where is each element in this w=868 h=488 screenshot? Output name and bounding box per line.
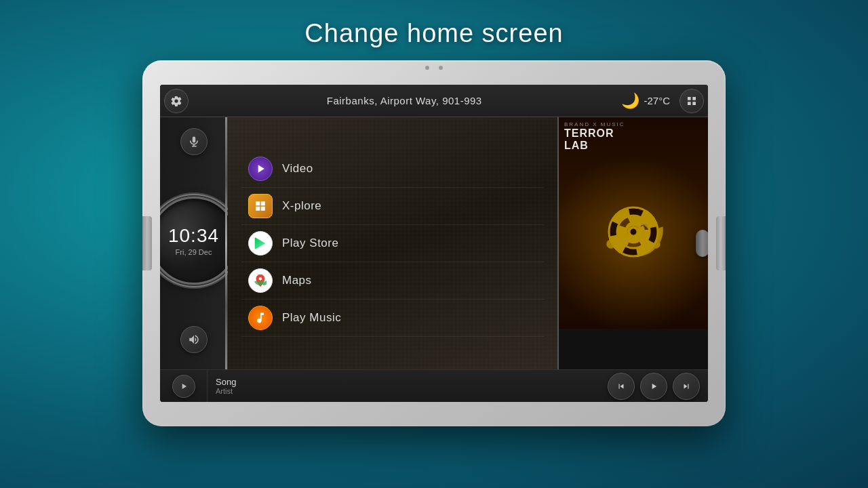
mini-play-button[interactable] [172,375,195,398]
menu-item-playstore[interactable]: Play Store [241,225,544,262]
screen-footer: Song Artist [160,369,708,402]
clock-dial: 10:34 Fri, 29 Dec [160,197,238,285]
playback-controls [608,373,708,400]
grid-icon [679,89,704,113]
svg-point-11 [631,229,637,235]
tablet-frame: Fairbanks, Airport Way, 901-993 🌙 -27°C [142,60,726,426]
footer-play-area [160,370,208,403]
page-title: Change home screen [304,19,563,48]
video-label: Video [282,162,313,176]
clock-time: 10:34 [168,225,219,247]
temperature-text: -27°C [644,95,670,106]
video-icon [248,157,273,181]
song-title: Song [216,377,599,387]
speaker-right [716,216,726,270]
album-inner: BRAND X MUSIC TERROR LAB [559,117,708,329]
scroll-handle[interactable] [696,230,708,257]
weather-widget: 🌙 -27°C [616,92,675,110]
playmusic-icon [248,306,273,330]
menu-item-xplore[interactable]: X-plore [241,188,544,225]
album-art: BRAND X MUSIC TERROR LAB [559,117,708,329]
clock-date: Fri, 29 Dec [176,248,212,256]
forward-button[interactable] [673,373,700,400]
menu-item-playmusic[interactable]: Play Music [241,300,544,337]
svg-point-0 [259,277,262,280]
xplore-icon [248,194,273,218]
tablet-dots [425,66,443,70]
mic-button[interactable] [180,128,208,155]
weather-icon: 🌙 [621,92,639,110]
volume-button[interactable] [180,326,208,353]
maps-icon [248,268,273,293]
album-brand: BRAND X MUSIC [564,121,703,127]
center-panel: Video X-plore [228,117,559,369]
settings-button[interactable] [160,85,193,117]
screen-body: 10:34 Fri, 29 Dec [160,117,708,369]
playstore-label: Play Store [282,237,338,250]
album-overlay: BRAND X MUSIC TERROR LAB [559,117,708,155]
playmusic-label: Play Music [282,311,341,325]
speaker-left [142,216,152,270]
menu-item-maps[interactable]: Maps [241,262,544,300]
xplore-label: X-plore [282,199,321,213]
artist-name: Artist [216,387,599,395]
clock-container: 10:34 Fri, 29 Dec [160,166,238,315]
grid-button[interactable] [675,85,708,117]
playstore-icon [248,231,273,256]
play-pause-button[interactable] [640,373,667,400]
screen-header: Fairbanks, Airport Way, 901-993 🌙 -27°C [160,85,708,117]
tablet-dot-1 [425,66,429,70]
left-panel: 10:34 Fri, 29 Dec [160,117,228,369]
album-title: TERROR LAB [564,127,703,151]
right-panel: BRAND X MUSIC TERROR LAB [559,117,708,369]
maps-label: Maps [282,274,312,287]
location-text: Fairbanks, Airport Way, 901-993 [193,95,616,106]
biohazard-symbol [583,179,684,281]
footer-info: Song Artist [208,377,608,395]
rewind-button[interactable] [608,373,635,400]
screen: Fairbanks, Airport Way, 901-993 🌙 -27°C [160,85,708,402]
menu-item-video[interactable]: Video [241,150,544,188]
menu-items: Video X-plore [241,150,544,337]
settings-icon [164,89,189,113]
tablet-dot-2 [439,66,443,70]
